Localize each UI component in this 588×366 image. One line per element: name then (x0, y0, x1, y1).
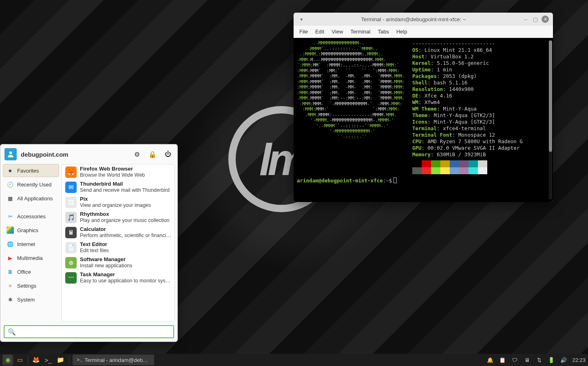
graphics-icon (7, 226, 14, 234)
app-pix[interactable]: 🖼PixView and organize your images (62, 195, 175, 210)
app-rhythmbox[interactable]: 🎵RhythmboxPlay and organize your music c… (62, 210, 175, 225)
app-softwaremgr[interactable]: ⊕Software ManagerInstall new application… (62, 255, 175, 270)
power-icon[interactable]: ⏻ (163, 149, 173, 160)
menu-help[interactable]: Help (396, 29, 407, 35)
multimedia-icon: ▶ (7, 254, 14, 262)
volume-icon[interactable]: 🔊 (560, 356, 567, 364)
menu-terminal[interactable]: Terminal (350, 29, 370, 35)
calculator-icon: 🖩 (65, 227, 77, 238)
app-calculator[interactable]: 🖩CalculatorPerform arithmetic, scientifi… (62, 225, 175, 240)
category-settings[interactable]: ≡Settings (3, 279, 59, 292)
minimize-button[interactable]: – (522, 16, 529, 23)
terminal-body[interactable]: .-MMMMMMMMMMMMMMM-. .-MMMM`..-:::::::-..… (294, 38, 553, 202)
office-icon: 🗎 (7, 268, 14, 275)
display-icon[interactable]: 🖥 (523, 356, 531, 364)
firefox-icon: 🦊 (65, 166, 77, 178)
notification-icon[interactable]: 🔔 (486, 356, 494, 364)
recent-icon: 🕘 (7, 181, 14, 188)
update-icon[interactable]: 🛡 (511, 356, 518, 364)
app-title: Firefox Web Browser (80, 166, 145, 172)
app-firefox[interactable]: 🦊Firefox Web BrowserBrowse the World Wid… (62, 164, 175, 180)
softwaremgr-icon: ⊕ (65, 257, 77, 268)
app-title: Calculator (80, 226, 171, 233)
app-desc: View and organize your images (80, 202, 151, 208)
category-office[interactable]: 🗎Office (3, 265, 59, 278)
category-label: System (17, 297, 35, 303)
terminal-titlebar[interactable]: ▾ Terminal - arindam@debugpoint-mint-xfc… (294, 13, 553, 26)
show-desktop-icon[interactable]: ▭ (15, 355, 25, 365)
menu-file[interactable]: File (299, 29, 308, 35)
lock-icon[interactable]: 🔒 (147, 149, 158, 160)
category-label: Recently Used (17, 182, 52, 188)
taskbar-task[interactable]: >_Terminal - arindam@debu… (73, 355, 154, 365)
app-desc: Edit text files (80, 248, 109, 253)
allapps-icon: ▦ (7, 195, 14, 202)
files-launcher-icon[interactable]: 📁 (55, 355, 66, 365)
menu-view[interactable]: View (332, 29, 343, 35)
category-allapps[interactable]: ▦All Applications (3, 192, 59, 205)
category-label: Settings (17, 283, 36, 289)
close-button[interactable]: ✕ (542, 16, 549, 23)
category-system[interactable]: ✱System (3, 293, 59, 306)
terminal-title: Terminal - arindam@debugpoint-mint-xfce:… (307, 16, 519, 22)
taskbar-separator (69, 356, 69, 364)
settings-icon[interactable]: ⚙ (132, 149, 142, 160)
application-menu: debugpoint.com ⚙🔒⏻ ★Favorites🕘Recently U… (0, 144, 178, 342)
mint-menu-icon[interactable]: ◉ (2, 355, 13, 365)
terminal-prompt: arindam@debugpoint-mint-xfce:~$ (297, 177, 550, 184)
maximize-button[interactable]: ▢ (532, 16, 539, 23)
app-desc: Send and receive mail with Thunderbird (80, 187, 170, 193)
category-label: Office (17, 269, 31, 275)
terminal-window: ▾ Terminal - arindam@debugpoint-mint-xfc… (294, 13, 553, 202)
category-list: ★Favorites🕘Recently Used▦All Application… (3, 164, 59, 322)
category-favorites[interactable]: ★Favorites (3, 164, 59, 177)
battery-icon[interactable]: 🔋 (548, 356, 555, 364)
neofetch-info: --------------------------- OS: Linux Mi… (412, 40, 523, 174)
category-label: Accessories (17, 213, 46, 220)
app-taskmgr[interactable]: 〰Task ManagerEasy to use application to … (62, 270, 175, 285)
clipboard-icon[interactable]: 📋 (499, 356, 506, 364)
category-accessories[interactable]: ✂Accessories (3, 210, 59, 223)
category-internet[interactable]: 🌐Internet (3, 237, 59, 251)
app-desc: Perform arithmetic, scientific or financ… (80, 233, 171, 238)
app-title: Thunderbird Mail (80, 181, 170, 187)
search-input[interactable] (18, 328, 170, 335)
category-recent[interactable]: 🕘Recently Used (3, 178, 59, 191)
system-icon: ✱ (7, 296, 14, 303)
category-label: Graphics (17, 227, 38, 233)
accessories-icon: ✂ (7, 213, 14, 220)
network-icon[interactable]: ⇅ (535, 356, 543, 364)
app-desc: Play and organize your music collection (80, 217, 170, 223)
terminal-menubar: FileEditViewTerminalTabsHelp (294, 26, 553, 38)
pix-icon: 🖼 (65, 197, 77, 208)
settings-icon: ≡ (7, 282, 14, 289)
app-thunderbird[interactable]: ✉Thunderbird MailSend and receive mail w… (62, 180, 175, 195)
app-title: Task Manager (80, 272, 171, 278)
terminal-task-icon: >_ (77, 357, 82, 363)
clock[interactable]: 22:23 (572, 357, 586, 363)
category-label: All Applications (17, 195, 53, 202)
neofetch-ascii: .-MMMMMMMMMMMMMMM-. .-MMMM`..-:::::::-..… (297, 40, 405, 174)
category-multimedia[interactable]: ▶Multimedia (3, 251, 59, 264)
app-texteditor[interactable]: 📄Text EditorEdit text files (62, 240, 175, 255)
app-list: 🦊Firefox Web BrowserBrowse the World Wid… (62, 164, 175, 322)
thunderbird-icon: ✉ (65, 182, 77, 193)
internet-icon: 🌐 (7, 240, 14, 248)
user-avatar[interactable] (4, 148, 17, 160)
category-label: Multimedia (17, 255, 43, 261)
task-label: Terminal - arindam@debu… (85, 357, 150, 363)
menu-edit[interactable]: Edit (315, 29, 324, 35)
category-graphics[interactable]: Graphics (3, 224, 59, 237)
color-palette (412, 160, 487, 174)
menu-tabs[interactable]: Tabs (378, 29, 389, 35)
window-menu-icon[interactable]: ▾ (298, 16, 305, 23)
app-title: Text Editor (80, 242, 109, 248)
firefox-launcher-icon[interactable]: 🦊 (31, 355, 41, 365)
menu-search[interactable]: 🔍 (4, 325, 174, 338)
terminal-scrollbar[interactable] (549, 40, 552, 200)
app-desc: Install new applications (80, 263, 133, 268)
taskmgr-icon: 〰 (65, 272, 77, 284)
category-label: Favorites (17, 168, 39, 174)
terminal-launcher-icon[interactable]: >_ (43, 355, 53, 365)
app-title: Software Manager (80, 257, 133, 263)
